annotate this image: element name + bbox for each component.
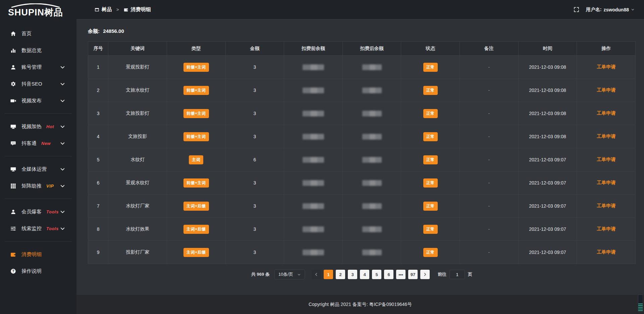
question-icon: ? xyxy=(10,268,16,274)
sidebar-item-视频发布[interactable]: 视频发布 xyxy=(0,92,76,109)
table-row: 1景观投影灯前缀+主词3正常-2021-12-03 09:08工单申请 xyxy=(88,56,636,79)
cell-keyword: 景观水纹灯 xyxy=(108,171,167,195)
prev-page-button[interactable] xyxy=(312,270,321,279)
balance-label: 余额: xyxy=(88,28,100,34)
sidebar-item-账号管理[interactable]: 账号管理 xyxy=(0,59,76,75)
work-order-link[interactable]: 工单申请 xyxy=(597,64,615,69)
work-order-link[interactable]: 工单申请 xyxy=(597,134,615,139)
work-order-link[interactable]: 工单申请 xyxy=(597,157,615,162)
sidebar-item-抖客通[interactable]: 抖客通New xyxy=(0,135,76,152)
cell-action: 工单申请 xyxy=(577,56,636,79)
column-header-金额: 金额 xyxy=(225,42,284,56)
column-header-状态: 状态 xyxy=(401,42,460,56)
work-order-link[interactable]: 工单申请 xyxy=(597,180,615,185)
cell-time: 2021-12-03 09:07 xyxy=(518,195,577,218)
sidebar-item-操作说明[interactable]: ?操作说明 xyxy=(0,263,76,279)
sidebar-item-线索监控[interactable]: 线索监控Tools xyxy=(0,220,76,237)
cell-index: 4 xyxy=(88,125,108,148)
sidebar-item-数据总览[interactable]: 数据总览 xyxy=(0,42,76,59)
cell-keyword: 水纹灯 xyxy=(108,148,167,171)
sidebar-item-label: 线索监控 xyxy=(21,225,42,232)
cell-action: 工单申请 xyxy=(577,195,636,218)
user-dropdown[interactable]: 用户名: zswodun88 xyxy=(586,7,635,13)
note-value: - xyxy=(488,180,490,186)
work-order-link[interactable]: 工单申请 xyxy=(597,203,615,208)
work-order-link[interactable]: 工单申请 xyxy=(597,249,615,255)
home-icon xyxy=(10,31,16,37)
sidebar-item-会员爆客[interactable]: 会员爆客Tools xyxy=(0,203,76,220)
cell-pre-balance xyxy=(284,79,343,102)
redacted-pre-balance xyxy=(303,88,324,93)
work-order-link[interactable]: 工单申请 xyxy=(597,87,615,93)
cell-time: 2021-12-03 09:08 xyxy=(518,102,577,125)
next-page-button[interactable] xyxy=(420,270,430,279)
video-camera-icon xyxy=(10,98,16,104)
cell-action: 工单申请 xyxy=(577,148,636,171)
cell-post-balance xyxy=(342,195,401,218)
column-header-关键词: 关键词 xyxy=(108,42,167,56)
work-order-link[interactable]: 工单申请 xyxy=(597,226,615,231)
page-size-select[interactable]: 10条/页 xyxy=(274,269,305,279)
redacted-pre-balance xyxy=(303,64,324,70)
cell-status: 正常 xyxy=(401,241,460,264)
breadcrumb-item-current[interactable]: 消费明细 xyxy=(124,6,151,13)
page-button-2[interactable]: 2 xyxy=(336,270,345,279)
sidebar-item-首页[interactable]: 首页 xyxy=(0,25,76,42)
type-badge: 前缀+主词 xyxy=(183,178,209,188)
cell-time: 2021-12-03 09:08 xyxy=(518,79,577,102)
breadcrumb-item-home[interactable]: 树品 xyxy=(95,6,112,13)
cell-amount: 3 xyxy=(225,218,284,241)
page-button-4[interactable]: 4 xyxy=(360,270,369,279)
redacted-pre-balance xyxy=(303,180,324,186)
page-size-value: 10条/页 xyxy=(278,271,293,277)
cell-keyword: 文旅投影灯 xyxy=(108,102,167,125)
cell-amount: 3 xyxy=(225,125,284,148)
note-value: - xyxy=(488,250,490,255)
fullscreen-icon[interactable] xyxy=(574,7,579,12)
cell-status: 正常 xyxy=(401,56,460,79)
bar-chart-icon xyxy=(10,48,16,53)
page-button-6[interactable]: 6 xyxy=(384,270,393,279)
sidebar-item-label: 首页 xyxy=(21,31,32,37)
cell-time: 2021-12-03 09:07 xyxy=(518,241,577,264)
status-badge: 正常 xyxy=(423,248,438,257)
page-scroll-widget[interactable] xyxy=(638,295,643,312)
sidebar-item-矩阵助推[interactable]: 矩阵助推VIP xyxy=(0,177,76,194)
consumption-table: 序号关键词类型金额扣费前余额扣费后余额状态备注时间操作 1景观投影灯前缀+主词3… xyxy=(88,41,636,264)
cell-type: 主词+后缀 xyxy=(167,218,225,241)
user-icon xyxy=(10,64,16,70)
type-badge: 主词+后缀 xyxy=(183,225,209,234)
sidebar-item-消费明细[interactable]: 消费明细 xyxy=(0,246,76,263)
cell-post-balance xyxy=(342,79,401,102)
cell-type: 主词+后缀 xyxy=(167,241,225,264)
redacted-post-balance xyxy=(362,180,382,186)
page-button-1[interactable]: 1 xyxy=(324,270,333,279)
page-button-5[interactable]: 5 xyxy=(372,270,381,279)
sidebar-item-全媒体运营[interactable]: 全媒体运营 xyxy=(0,161,76,177)
cell-index: 9 xyxy=(88,241,108,264)
topbar: 树品 > 消费明细 用户名: zswodun88 xyxy=(76,0,644,19)
redacted-pre-balance xyxy=(303,134,324,140)
cell-post-balance xyxy=(342,241,401,264)
redacted-post-balance xyxy=(362,203,382,209)
redacted-post-balance xyxy=(362,157,382,163)
work-order-link[interactable]: 工单申请 xyxy=(597,110,615,116)
cell-index: 2 xyxy=(88,79,108,102)
sidebar-item-label: 抖音SEO xyxy=(21,81,42,87)
cell-status: 正常 xyxy=(401,79,460,102)
breadcrumb-separator: > xyxy=(115,7,120,12)
app-icon xyxy=(95,7,99,12)
chevron-down-icon xyxy=(59,183,66,189)
chevron-down-icon xyxy=(59,124,66,129)
pager-ellipsis[interactable]: ••• xyxy=(396,270,406,279)
sidebar-item-抖音SEO[interactable]: 抖音SEO xyxy=(0,75,76,92)
type-badge: 前缀+主词 xyxy=(183,86,209,95)
table-row: 2文旅水纹灯前缀+主词3正常-2021-12-03 09:08工单申请 xyxy=(88,79,636,102)
page-button-97[interactable]: 97 xyxy=(408,270,418,279)
page-button-3[interactable]: 3 xyxy=(348,270,357,279)
sidebar-item-视频加热[interactable]: 视频加热Hot xyxy=(0,118,76,135)
goto-page-input[interactable] xyxy=(449,270,465,279)
cell-index: 3 xyxy=(88,102,108,125)
cell-note: - xyxy=(460,241,519,264)
cell-keyword: 景观投影灯 xyxy=(108,56,167,79)
